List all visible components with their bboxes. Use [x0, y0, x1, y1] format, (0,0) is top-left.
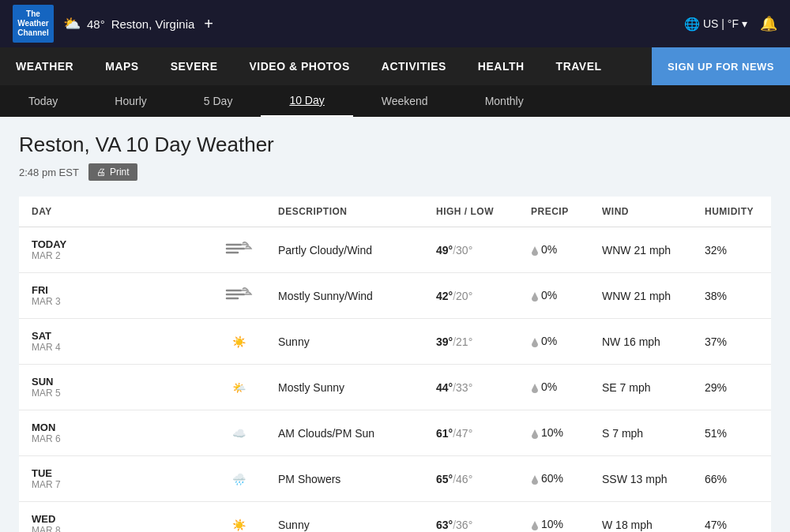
low-temp: 30°: [456, 244, 472, 257]
weather-tbody: TODAY MAR 2 Partly Cloudy/Wind 49°/30° 0…: [19, 227, 771, 533]
day-cell: WED MAR 8: [19, 502, 212, 533]
day-cell: SUN MAR 5: [19, 365, 212, 410]
cloud-icon: ⛅: [63, 15, 81, 32]
description-cell: Mostly Sunny: [265, 365, 423, 410]
top-bar: The Weather Channel ⛅ 48° Reston, Virgin…: [0, 0, 790, 47]
high-temp: 49°: [436, 244, 453, 257]
subnav-5day[interactable]: 5 Day: [175, 85, 261, 117]
low-temp: 21°: [456, 335, 472, 348]
subnav-10day[interactable]: 10 Day: [261, 85, 352, 117]
description-cell: AM Clouds/PM Sun: [265, 410, 423, 456]
temp-cell: 42°/20°: [423, 273, 518, 319]
humidity-cell: 47%: [692, 502, 771, 533]
add-location-button[interactable]: +: [204, 15, 213, 33]
sub-nav: Today Hourly 5 Day 10 Day Weekend Monthl…: [0, 85, 790, 117]
wind-cell: S 7 mph: [589, 410, 692, 456]
weather-icon-cell: ☁️: [212, 410, 265, 456]
region-selector[interactable]: 🌐 US | °F ▾: [684, 17, 747, 32]
humidity-cell: 51%: [692, 410, 771, 456]
description-cell: Sunny: [265, 319, 423, 365]
bell-icon[interactable]: 🔔: [760, 15, 777, 32]
high-temp: 42°: [436, 290, 453, 302]
col-header-humidity: HUMIDITY: [692, 197, 771, 227]
table-row: SAT MAR 4 ☀️ Sunny 39°/21° 0% NW 16 mph …: [19, 319, 771, 365]
temp-cell: 61°/47°: [423, 410, 518, 456]
temp-cell: 44°/33°: [423, 365, 518, 410]
main-nav: WEATHER MAPS SEVERE VIDEO & PHOTOS ACTIV…: [0, 47, 790, 85]
high-temp: 39°: [436, 335, 453, 348]
col-header-precip: PRECIP: [518, 197, 589, 227]
day-cell: MON MAR 6: [19, 410, 212, 456]
humidity-cell: 32%: [692, 227, 771, 273]
high-temp: 44°: [436, 381, 453, 394]
col-header-description: DESCRIPTION: [265, 197, 423, 227]
day-name: SUN: [32, 376, 199, 388]
day-date: MAR 4: [32, 342, 199, 353]
description-cell: Mostly Sunny/Wind: [265, 273, 423, 319]
day-cell: FRI MAR 3: [19, 273, 212, 319]
precip-cell: 0%: [518, 319, 589, 365]
day-name: SAT: [32, 330, 199, 342]
day-cell: TODAY MAR 2: [19, 227, 212, 273]
nav-video-photos[interactable]: VIDEO & PHOTOS: [234, 47, 366, 85]
temp-cell: 39°/21°: [423, 319, 518, 365]
temp-cell: 65°/46°: [423, 456, 518, 502]
subnav-monthly[interactable]: Monthly: [457, 85, 552, 117]
description-cell: Sunny: [265, 502, 423, 533]
day-name: TODAY: [32, 238, 199, 250]
day-date: MAR 6: [32, 433, 199, 444]
table-row: TUE MAR 7 🌧️ PM Showers 65°/46° 60% SSW …: [19, 456, 771, 502]
wind-cell: W 18 mph: [589, 502, 692, 533]
table-header-row: DAY DESCRIPTION HIGH / LOW PRECIP WIND H…: [19, 197, 771, 227]
day-date: MAR 2: [32, 250, 199, 261]
day-name: FRI: [32, 284, 199, 296]
location-display: ⛅ 48° Reston, Virginia: [63, 15, 194, 32]
temperature-display: 48°: [87, 17, 105, 31]
globe-icon: 🌐: [684, 17, 700, 32]
signup-link[interactable]: SIGN UP FOR NEWS: [652, 47, 790, 85]
top-bar-left: The Weather Channel ⛅ 48° Reston, Virgin…: [13, 5, 213, 43]
low-temp: 33°: [456, 381, 472, 394]
nav-severe[interactable]: SEVERE: [155, 47, 234, 85]
nav-health[interactable]: HEALTH: [462, 47, 540, 85]
precip-cell: 10%: [518, 410, 589, 456]
weather-icon-cell: ☀️: [212, 319, 265, 365]
timestamp: 2:48 pm EST: [19, 167, 79, 178]
nav-maps[interactable]: MAPS: [89, 47, 154, 85]
day-name: MON: [32, 421, 199, 433]
subnav-weekend[interactable]: Weekend: [353, 85, 457, 117]
day-name: TUE: [32, 467, 199, 479]
table-row: TODAY MAR 2 Partly Cloudy/Wind 49°/30° 0…: [19, 227, 771, 273]
low-temp: 46°: [456, 473, 472, 485]
nav-travel[interactable]: TRAVEL: [540, 47, 618, 85]
wind-cell: SE 7 mph: [589, 365, 692, 410]
humidity-cell: 66%: [692, 456, 771, 502]
high-temp: 65°: [436, 473, 453, 485]
day-cell: SAT MAR 4: [19, 319, 212, 365]
day-date: MAR 3: [32, 296, 199, 307]
print-icon: 🖨: [96, 167, 106, 178]
table-row: FRI MAR 3 Mostly Sunny/Wind 42°/20° 0% W…: [19, 273, 771, 319]
region-label: US | °F: [703, 17, 739, 30]
precip-cell: 10%: [518, 502, 589, 533]
print-button[interactable]: 🖨 Print: [88, 163, 137, 181]
precip-cell: 0%: [518, 365, 589, 410]
wind-cell: WNW 21 mph: [589, 227, 692, 273]
page-title: Reston, VA 10 Day Weather: [19, 133, 771, 157]
weather-icon-cell: [212, 227, 265, 273]
wind-cell: SSW 13 mph: [589, 456, 692, 502]
description-cell: Partly Cloudy/Wind: [265, 227, 423, 273]
nav-weather[interactable]: WEATHER: [0, 47, 89, 85]
table-row: WED MAR 8 ☀️ Sunny 63°/36° 10% W 18 mph …: [19, 502, 771, 533]
high-temp: 61°: [436, 427, 453, 440]
subnav-hourly[interactable]: Hourly: [86, 85, 175, 117]
weather-icon-cell: 🌧️: [212, 456, 265, 502]
app-logo[interactable]: The Weather Channel: [13, 5, 54, 43]
day-date: MAR 5: [32, 388, 199, 399]
day-date: MAR 7: [32, 479, 199, 490]
nav-activities[interactable]: ACTIVITIES: [366, 47, 462, 85]
precip-cell: 0%: [518, 273, 589, 319]
subnav-today[interactable]: Today: [0, 85, 86, 117]
table-row: SUN MAR 5 🌤️ Mostly Sunny 44°/33° 0% SE …: [19, 365, 771, 410]
temp-cell: 49°/30°: [423, 227, 518, 273]
